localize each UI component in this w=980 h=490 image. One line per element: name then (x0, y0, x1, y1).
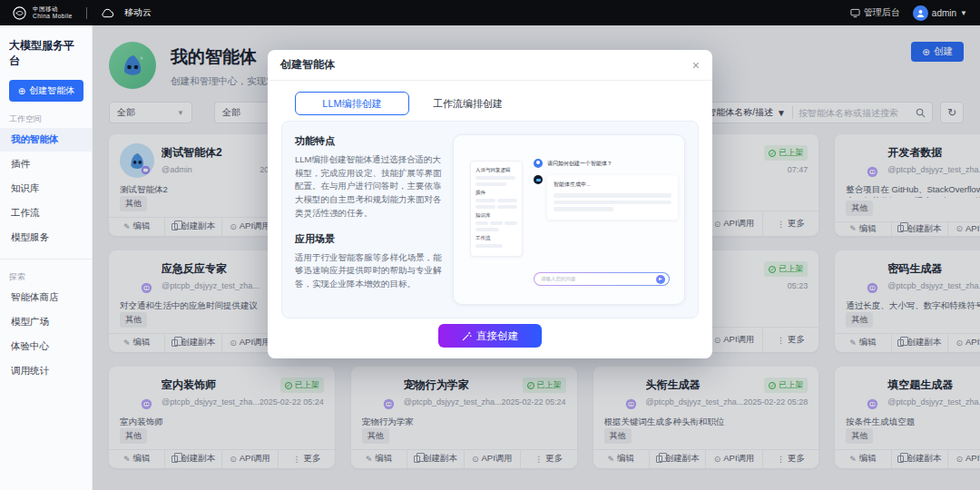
console-icon (850, 8, 860, 18)
sidebar: 大模型服务平台 ⊕ 创建智能体 工作空间 我的智能体 插件 知识库 工作流 模型… (0, 25, 93, 490)
bot-avatar-icon (534, 175, 543, 184)
sidebar-divider (0, 259, 92, 260)
china-mobile-logo-icon (13, 6, 26, 20)
tab-workflow-orchestration[interactable]: 工作流编排创建 (420, 92, 515, 115)
sidebar-item-my-agents[interactable]: 我的智能体 (0, 128, 92, 152)
china-mobile-brand-text: 中国移动 China Mobile (33, 5, 73, 20)
scenarios-text: 适用于行业智能客服等多样化场景，能够迅速响应并提供即时的帮助与专业解答，实现企业… (295, 251, 442, 291)
illustration-config-panel: 人设与回复逻辑 插件 知识库 工作流 (470, 161, 523, 257)
illustration: 人设与回复逻辑 插件 知识库 工作流 请问如何创建一个智能体？ (453, 134, 685, 305)
sidebar-item-model-service[interactable]: 模型服务 (0, 226, 92, 250)
illustration-chat: 请问如何创建一个智能体？ 智能体生成中... (534, 159, 671, 220)
china-mobile-brand: 中国移动 China Mobile 移动云 (13, 5, 152, 20)
tab-llm-orchestration[interactable]: LLM编排创建 (295, 92, 409, 115)
user-avatar-icon (534, 159, 543, 168)
modal-body: 功能特点 LLM编排创建智能体通过选择合适的大模型，完成应用设定、技能扩展等界面… (281, 121, 699, 318)
close-icon[interactable]: × (692, 59, 700, 72)
magic-wand-icon (462, 331, 472, 341)
scenarios-heading: 应用场景 (295, 232, 442, 246)
plus-circle-icon: ⊕ (18, 86, 25, 96)
sidebar-item-workflow[interactable]: 工作流 (0, 201, 92, 225)
features-text: LLM编排创建智能体通过选择合适的大模型，完成应用设定、技能扩展等界面配置。在与… (295, 153, 442, 220)
admin-console-label: 管理后台 (864, 6, 900, 19)
sidebar-item-experience-center[interactable]: 体验中心 (0, 335, 92, 358)
features-heading: 功能特点 (295, 134, 442, 148)
modal-tabs: LLM编排创建 工作流编排创建 (268, 81, 712, 115)
sidebar-item-knowledge-base[interactable]: 知识库 (0, 177, 92, 201)
sidebar-item-agent-store[interactable]: 智能体商店 (0, 286, 92, 309)
workspace-section-label: 工作空间 (9, 113, 83, 125)
send-icon (656, 275, 665, 284)
user-avatar (913, 5, 928, 21)
sidebar-item-plugins[interactable]: 插件 (0, 152, 92, 176)
direct-create-button[interactable]: 直接创建 (438, 324, 542, 348)
create-agent-modal: 创建智能体 × LLM编排创建 工作流编排创建 功能特点 LLM编排创建智能体通… (268, 50, 712, 358)
brand-divider (86, 7, 87, 19)
illustration-input: 请输入您的问题 (534, 272, 670, 286)
modal-title: 创建智能体 (280, 57, 335, 73)
sidebar-item-usage-stats[interactable]: 调用统计 (0, 359, 92, 383)
cloud-brand-label: 移动云 (124, 6, 152, 19)
sidebar-item-model-plaza[interactable]: 模型广场 (0, 310, 92, 334)
admin-console-link[interactable]: 管理后台 (850, 6, 900, 19)
platform-title: 大模型服务平台 (9, 38, 83, 69)
cloud-logo-icon (101, 8, 114, 18)
topbar: 中国移动 China Mobile 移动云 管理后台 admin ▼ (0, 0, 980, 25)
user-menu[interactable]: admin ▼ (913, 5, 967, 21)
create-agent-button[interactable]: ⊕ 创建智能体 (9, 80, 83, 102)
chevron-down-icon: ▼ (960, 9, 967, 17)
username-label: admin (932, 8, 956, 18)
explore-section-label: 探索 (9, 271, 83, 283)
